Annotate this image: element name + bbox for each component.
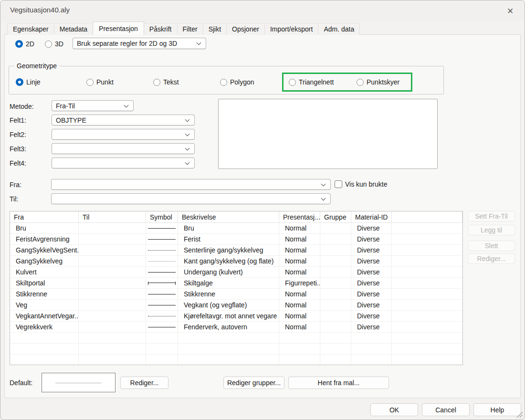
- dialog-window: Vegsituasjon40.aly ✕ EgenskaperMetadataP…: [0, 0, 525, 420]
- ok-button[interactable]: OK: [370, 403, 418, 416]
- radio-punktskyer[interactable]: Punktskyer: [357, 78, 399, 86]
- hent-fra-mal-button[interactable]: Hent fra mal...: [288, 377, 389, 389]
- felt1-label: Felt1:: [10, 116, 26, 124]
- cell-blank: [351, 333, 392, 343]
- table-row[interactable]: SkiltportalSkiltgalgeFigurrepeti...Diver…: [10, 278, 462, 289]
- chevron-down-icon: [185, 117, 190, 122]
- tab-opsjoner[interactable]: Opsjoner: [226, 23, 265, 35]
- column-header-beskrivelse[interactable]: Beskrivelse: [178, 211, 279, 222]
- radio-punkt[interactable]: Punkt: [86, 78, 114, 86]
- cell-blank: [320, 333, 351, 343]
- tab-presentasjon[interactable]: Presentasjon: [93, 21, 144, 35]
- table-row[interactable]: GangSykkelvegKant gang/sykkelveg (og fla…: [10, 256, 462, 267]
- cell-blank: [320, 355, 351, 365]
- radio-tekst[interactable]: Tekst: [153, 78, 179, 86]
- cell-blank: [320, 344, 351, 354]
- column-header-presentasj-[interactable]: Presentasj...: [279, 211, 320, 222]
- fra-label: Fra:: [10, 181, 21, 189]
- table-row[interactable]: KulvertUndergang (kulvert)NormalDiverse: [10, 267, 462, 278]
- default-line-symbol: [55, 383, 102, 383]
- rediger-grupper-button[interactable]: Rediger grupper...: [223, 377, 284, 389]
- help-button[interactable]: Help: [473, 403, 521, 416]
- close-icon[interactable]: ✕: [504, 4, 517, 18]
- table-empty-row[interactable]: [10, 333, 462, 344]
- tab-import-eksport[interactable]: Import/eksport: [264, 23, 318, 35]
- table-row[interactable]: VegrekkverkFenderverk, autovernNormalDiv…: [10, 322, 462, 333]
- cell-symbol: [146, 278, 178, 288]
- cell-til: [79, 311, 146, 321]
- cell-til: [79, 322, 146, 332]
- radio-polygon[interactable]: Polygon: [220, 78, 254, 86]
- tab-filter[interactable]: Filter: [177, 23, 203, 35]
- table-row[interactable]: StikkrenneStikkrenneNormalDiverse: [10, 289, 462, 300]
- til-dropdown[interactable]: [51, 193, 331, 204]
- felt4-dropdown[interactable]: [52, 158, 195, 168]
- cell-gruppe: [320, 267, 351, 277]
- cell-til: [79, 267, 146, 277]
- column-header-gruppe[interactable]: Gruppe: [320, 211, 351, 222]
- cell-gruppe: [320, 245, 351, 255]
- fra-dropdown[interactable]: [51, 179, 331, 190]
- cell-blank: [279, 333, 320, 343]
- cell-gruppe: [320, 223, 351, 233]
- table-row[interactable]: BruBruNormalDiverse: [10, 223, 462, 234]
- resize-grip[interactable]: [515, 410, 523, 418]
- solid-line-symbol: [148, 228, 176, 229]
- cell-presentasjon: Normal: [279, 289, 320, 299]
- radio-polygon-label: Polygon: [230, 78, 254, 86]
- cell-fra: GangSykkelveg: [10, 256, 79, 266]
- felt1-value: OBJTYPE: [56, 116, 86, 124]
- felt2-dropdown[interactable]: [52, 129, 195, 140]
- radio-3d[interactable]: 3D: [45, 40, 63, 48]
- slett-button: Slett: [468, 241, 515, 251]
- column-header-til[interactable]: Til: [79, 211, 146, 222]
- chevron-down-icon: [321, 196, 326, 200]
- tab-sjikt[interactable]: Sjikt: [203, 23, 227, 35]
- values-listbox[interactable]: [218, 99, 438, 169]
- table-empty-row[interactable]: [10, 344, 462, 355]
- cell-symbol: [146, 322, 178, 332]
- column-header-symbol[interactable]: Symbol: [146, 211, 178, 222]
- rules-2d-3d-dropdown[interactable]: Bruk separate regler for 2D og 3D: [73, 38, 206, 49]
- dotted-line-symbol: [148, 316, 176, 316]
- radio-linje[interactable]: Linje: [16, 78, 41, 86]
- radio-2d-label: 2D: [26, 40, 34, 48]
- cell-blank: [279, 355, 320, 365]
- column-header-blank[interactable]: [392, 211, 462, 222]
- metode-dropdown[interactable]: Fra-Til: [52, 100, 134, 111]
- radio-2d[interactable]: 2D: [15, 40, 34, 48]
- checkbox-box: [335, 180, 342, 188]
- cell-blank: [146, 355, 178, 365]
- solid-line-symbol: [148, 239, 176, 240]
- table-row[interactable]: GangSykkelVegSent...Senterlinje gang/syk…: [10, 245, 462, 256]
- rediger-default-button[interactable]: Rediger...: [120, 377, 168, 389]
- rediger--button: Rediger...: [468, 253, 515, 264]
- column-header-material-id[interactable]: Material-ID: [351, 211, 392, 222]
- cell-blank: [392, 223, 462, 233]
- cell-presentasjon: Normal: [279, 256, 320, 266]
- sett-fra-til-button: Sett Fra-Til: [468, 211, 515, 221]
- felt1-dropdown[interactable]: OBJTYPE: [52, 115, 195, 126]
- cell-blank: [392, 344, 462, 354]
- solid-line-symbol: [148, 294, 176, 294]
- column-header-fra[interactable]: Fra: [10, 211, 79, 222]
- table-row[interactable]: FeristAvgrensningFeristNormalDiverse: [10, 234, 462, 245]
- vis-kun-brukte-checkbox[interactable]: Vis kun brukte: [335, 180, 387, 188]
- tab-p-skrift[interactable]: Påskrift: [144, 23, 178, 35]
- cell-gruppe: [320, 289, 351, 299]
- table-empty-row[interactable]: [10, 355, 462, 365]
- cancel-button[interactable]: Cancel: [422, 403, 470, 416]
- radio-triangelnett-label: Triangelnett: [299, 78, 334, 86]
- radio-triangelnett[interactable]: Triangelnett: [289, 78, 334, 86]
- tab-adm-data[interactable]: Adm. data: [318, 23, 360, 35]
- table-row[interactable]: VegVegkant (og vegflate)NormalDiverse: [10, 300, 462, 311]
- felt3-dropdown[interactable]: [52, 143, 195, 154]
- radio-polygon-circle: [220, 79, 227, 86]
- radio-punkt-circle: [86, 79, 94, 86]
- table-row[interactable]: VegkantAnnetVegar...Kjørefeltavgr. mot a…: [10, 311, 462, 322]
- radio-3d-label: 3D: [55, 40, 63, 48]
- cell-beskrivelse: Fenderverk, autovern: [178, 322, 279, 332]
- geometritype-group: Geometritype Linje Punkt Tekst Polygon T…: [9, 66, 444, 94]
- tab-metadata[interactable]: Metadata: [54, 23, 93, 35]
- tab-egenskaper[interactable]: Egenskaper: [7, 23, 54, 35]
